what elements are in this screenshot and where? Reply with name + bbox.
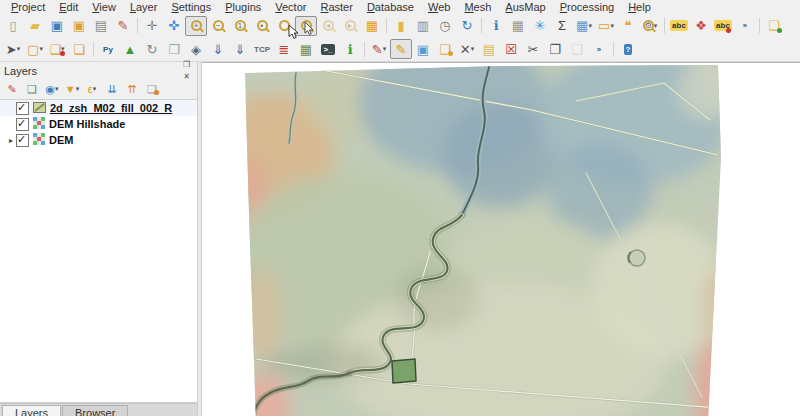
copy-features-button[interactable]: ❐: [544, 39, 566, 59]
show-bookmarks-button[interactable]: ▥: [412, 16, 434, 36]
layer-labeling-options-badge: [726, 28, 731, 33]
save-project-button[interactable]: ▣: [46, 16, 68, 36]
current-edits-button[interactable]: ✎▾: [368, 39, 390, 59]
layer-diagram-button[interactable]: ❖: [690, 16, 712, 36]
menu-plugins[interactable]: Plugins: [218, 1, 268, 13]
add-group-button[interactable]: ❏: [22, 80, 42, 98]
topology-checker-button[interactable]: ◈: [185, 39, 207, 59]
save-project-as-button[interactable]: ▣: [68, 16, 90, 36]
tcp-plugin-button[interactable]: TCP: [251, 39, 273, 59]
python-terminal-button[interactable]: >_: [317, 39, 339, 59]
filter-by-expression-button[interactable]: ε▾: [82, 80, 102, 98]
identify-features-button[interactable]: ℹ: [485, 16, 507, 36]
zoom-out-button[interactable]: −: [207, 16, 229, 36]
collapse-all-button[interactable]: ⇈: [122, 80, 142, 98]
manage-layers-button[interactable]: ❏: [763, 16, 785, 36]
tab-browser[interactable]: Browser: [62, 405, 128, 416]
import-features-button[interactable]: ⇓: [207, 39, 229, 59]
attribute-table-button[interactable]: ▦▾: [573, 16, 595, 36]
gps-information-button[interactable]: ❒: [163, 39, 185, 59]
new-project-button[interactable]: ▯: [2, 16, 24, 36]
new-print-layout-button[interactable]: ▤: [90, 16, 112, 36]
tab-layers[interactable]: Layers: [2, 405, 61, 416]
zoom-full-icon: ▪: [257, 20, 268, 31]
menu-help[interactable]: Help: [621, 1, 658, 13]
layer-checkbox[interactable]: [16, 102, 29, 115]
layer-labeling-button[interactable]: abc: [668, 16, 690, 36]
profile-layers-icon: ≣: [279, 43, 290, 56]
toolbar-overflow-1-button[interactable]: »: [734, 16, 756, 36]
measure-button[interactable]: ▭▾: [595, 16, 617, 36]
menu-edit[interactable]: Edit: [52, 1, 85, 13]
select-features-icon: ➤: [6, 43, 17, 56]
vertex-tool-button[interactable]: ✕▾: [456, 39, 478, 59]
refresh-map-button[interactable]: ↻: [456, 16, 478, 36]
menu-layer[interactable]: Layer: [123, 1, 165, 13]
menu-raster[interactable]: Raster: [313, 1, 359, 13]
menu-ausmap[interactable]: AusMap: [498, 1, 552, 13]
manage-map-themes-button[interactable]: ◉▾: [42, 80, 62, 98]
search-locator-button[interactable]: ⚙▾: [639, 16, 661, 36]
export-features-button[interactable]: ⇓: [229, 39, 251, 59]
open-project-button[interactable]: ▰: [24, 16, 46, 36]
select-features-by-value-button[interactable]: ▢▾: [24, 39, 46, 59]
map-canvas[interactable]: [202, 62, 800, 416]
save-layer-edits-button[interactable]: ▣: [412, 39, 434, 59]
cut-features-button[interactable]: ✂: [522, 39, 544, 59]
filter-legend-button[interactable]: ▼▾: [62, 80, 82, 98]
topology-checker-icon: ◈: [191, 43, 201, 56]
help-contents-button[interactable]: ?: [617, 39, 639, 59]
statistical-summary-button[interactable]: ▦: [507, 16, 529, 36]
attribute-table-icon: ▦: [576, 19, 588, 32]
pan-map-button[interactable]: ✛: [141, 16, 163, 36]
show-sum-statistics-button[interactable]: Σ: [551, 16, 573, 36]
metadata-info-button[interactable]: ℹ: [339, 39, 361, 59]
layer-item-dem-hillshade[interactable]: DEM Hillshade: [0, 116, 197, 132]
temporal-controller-button[interactable]: ◷: [434, 16, 456, 36]
new-map-view-button[interactable]: ▦: [361, 16, 383, 36]
zoom-full-button[interactable]: ▪: [251, 16, 273, 36]
select-features-button[interactable]: ➤▾: [2, 39, 24, 59]
deselect-features-button[interactable]: ❏▾: [46, 39, 68, 59]
menu-project[interactable]: Project: [4, 1, 52, 13]
toggle-editing-button[interactable]: ✎: [390, 39, 412, 59]
float-panel-button[interactable]: ❐: [180, 59, 193, 71]
add-feature-button[interactable]: ❑: [434, 39, 456, 59]
open-layer-styling-button[interactable]: ✎: [2, 80, 22, 98]
expander-icon[interactable]: ▸: [6, 136, 16, 145]
zoom-next-icon: ▸: [345, 20, 356, 31]
remove-layer-button[interactable]: ❏: [142, 80, 162, 98]
menu-vector[interactable]: Vector: [268, 1, 313, 13]
reload-plugins-button[interactable]: ↻: [141, 39, 163, 59]
map-tips-button[interactable]: ❝: [617, 16, 639, 36]
layer-notes-button[interactable]: ▤: [478, 39, 500, 59]
zoom-in-button[interactable]: +: [185, 16, 207, 36]
layer-checkbox[interactable]: [16, 134, 29, 147]
delete-selected-button[interactable]: ☒: [500, 39, 522, 59]
menu-mesh[interactable]: Mesh: [457, 1, 498, 13]
layer-item-2d-zsh-m02-fill-002-r[interactable]: 2d_zsh_M02_fill_002_R: [0, 100, 197, 116]
pan-to-selection-button[interactable]: ✜: [163, 16, 185, 36]
expand-all-button[interactable]: ⇊: [102, 80, 122, 98]
python-console-button[interactable]: Py: [97, 39, 119, 59]
menu-processing[interactable]: Processing: [553, 1, 621, 13]
spatial-bookmarks-button[interactable]: ▮: [390, 16, 412, 36]
copy-features-icon: ❐: [549, 43, 561, 56]
layer-labeling-options-button[interactable]: abc: [712, 16, 734, 36]
qgis-plugin-mountain-button[interactable]: ▲: [119, 39, 141, 59]
menu-database[interactable]: Database: [360, 1, 421, 13]
layer-checkbox[interactable]: [16, 118, 29, 131]
menu-web[interactable]: Web: [421, 1, 457, 13]
zoom-last-button: ◂: [317, 16, 339, 36]
open-layer-styling-icon: ✎: [7, 84, 16, 95]
select-by-expression-button[interactable]: ❏: [68, 39, 90, 59]
style-manager-button[interactable]: ✎: [112, 16, 134, 36]
profile-layers-button[interactable]: ≣: [273, 39, 295, 59]
layer-item-dem[interactable]: ▸ DEM: [0, 132, 197, 148]
menu-view[interactable]: View: [85, 1, 123, 13]
toolbar-overflow-2-button[interactable]: »: [588, 39, 610, 59]
georeferencer-button[interactable]: ▦: [295, 39, 317, 59]
menu-settings[interactable]: Settings: [164, 1, 218, 13]
zoom-native-button[interactable]: 1: [229, 16, 251, 36]
processing-toolbox-button[interactable]: ✳: [529, 16, 551, 36]
